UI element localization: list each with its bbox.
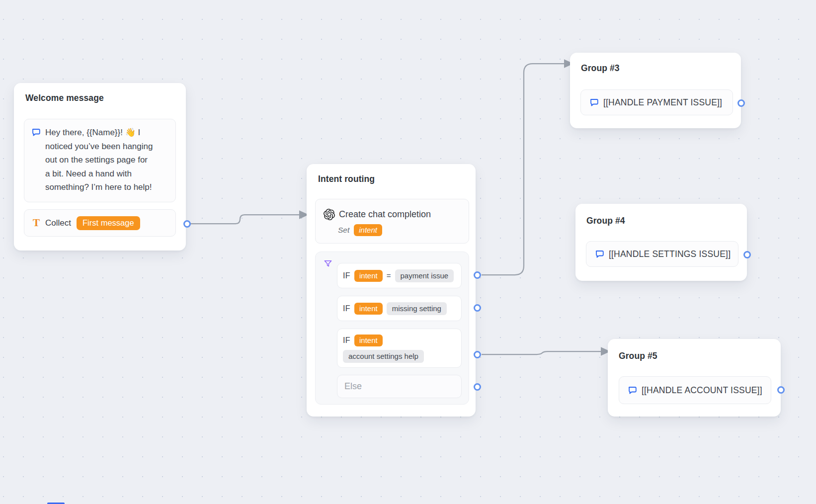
node-title: Group #3 xyxy=(581,63,620,74)
port-else-out[interactable] xyxy=(474,383,481,391)
port-group4-out[interactable] xyxy=(743,251,751,258)
collect-variable-pill[interactable]: First message xyxy=(77,216,140,230)
funnel-icon xyxy=(323,259,333,269)
condition-operator: = xyxy=(387,271,391,280)
node-welcome-message[interactable]: Welcome message Hey there, {{Name}}! 👋 I… xyxy=(14,83,186,251)
port-if-payment-out[interactable] xyxy=(474,271,481,279)
chat-bubble-icon xyxy=(31,128,40,137)
group-message-text: [[HANDLE PAYMENT ISSUE]] xyxy=(603,97,722,108)
chat-bubble-icon xyxy=(628,386,637,395)
welcome-message-text: Hey there, {{Name}}! 👋 I noticed you’ve … xyxy=(45,126,153,194)
condition-variable-pill[interactable]: intent xyxy=(354,270,383,282)
node-title: Group #4 xyxy=(586,216,625,226)
node-title: Welcome message xyxy=(25,93,104,103)
condition-value-pill[interactable]: missing setting xyxy=(387,302,447,315)
else-row[interactable]: Else xyxy=(337,375,462,398)
port-group5-out[interactable] xyxy=(777,386,785,394)
node-title: Group #5 xyxy=(619,351,657,361)
connector-welcome-to-intent[interactable] xyxy=(191,215,300,224)
completion-title: Create chat completion xyxy=(339,209,431,220)
condition-variable-pill[interactable]: intent xyxy=(354,335,383,346)
group-message-text: [[HANDLE SETTINGS ISSUE]] xyxy=(609,249,731,259)
port-group3-out[interactable] xyxy=(737,99,745,107)
node-group-5[interactable]: Group #5 [[HANDLE ACCOUNT ISSUE]] xyxy=(608,339,781,417)
group5-message-step[interactable]: [[HANDLE ACCOUNT ISSUE]] xyxy=(619,376,771,404)
group4-message-step[interactable]: [[HANDLE SETTINGS ISSUE]] xyxy=(586,241,738,267)
node-intent-routing[interactable]: Intent routing Create chat completion Se… xyxy=(307,164,476,417)
condition-row-missing-setting[interactable]: IF intent missing setting xyxy=(337,296,462,321)
condition-value-pill[interactable]: account settings help xyxy=(343,350,424,363)
connector-payment-to-group3[interactable] xyxy=(482,64,565,275)
welcome-message-step[interactable]: Hey there, {{Name}}! 👋 I noticed you’ve … xyxy=(24,119,176,202)
node-group-4[interactable]: Group #4 [[HANDLE SETTINGS ISSUE]] xyxy=(575,204,747,281)
openai-logo-icon xyxy=(324,209,335,220)
condition-variable-pill[interactable]: intent xyxy=(354,303,383,315)
if-label: IF xyxy=(343,336,350,345)
connector-account-to-group5[interactable] xyxy=(482,351,601,354)
collect-step[interactable]: T Collect First message xyxy=(24,209,176,237)
set-variable-pill[interactable]: intent xyxy=(354,224,382,236)
text-T-icon: T xyxy=(33,218,40,228)
port-welcome-out[interactable] xyxy=(183,220,191,228)
port-if-missing-out[interactable] xyxy=(474,304,481,312)
chat-bubble-icon xyxy=(589,98,598,107)
condition-block[interactable]: IF intent = payment issue IF intent miss… xyxy=(315,252,469,405)
set-label: Set xyxy=(338,226,349,235)
chat-bubble-icon xyxy=(595,250,604,258)
port-if-account-out[interactable] xyxy=(474,351,481,358)
node-title: Intent routing xyxy=(318,174,375,184)
condition-row-payment[interactable]: IF intent = payment issue xyxy=(337,263,462,288)
group3-message-step[interactable]: [[HANDLE PAYMENT ISSUE]] xyxy=(580,89,733,115)
else-label: Else xyxy=(344,381,362,392)
condition-value-pill[interactable]: payment issue xyxy=(395,269,454,282)
if-label: IF xyxy=(343,271,350,280)
group-message-text: [[HANDLE ACCOUNT ISSUE]] xyxy=(642,385,762,396)
chat-completion-step[interactable]: Create chat completion Set intent xyxy=(315,199,469,244)
if-label: IF xyxy=(343,304,350,313)
node-group-3[interactable]: Group #3 [[HANDLE PAYMENT ISSUE]] xyxy=(570,53,741,128)
condition-row-account-settings[interactable]: IF intent account settings help xyxy=(337,329,462,368)
flow-canvas[interactable]: Welcome message Hey there, {{Name}}! 👋 I… xyxy=(0,0,816,504)
collect-label: Collect xyxy=(45,218,71,228)
